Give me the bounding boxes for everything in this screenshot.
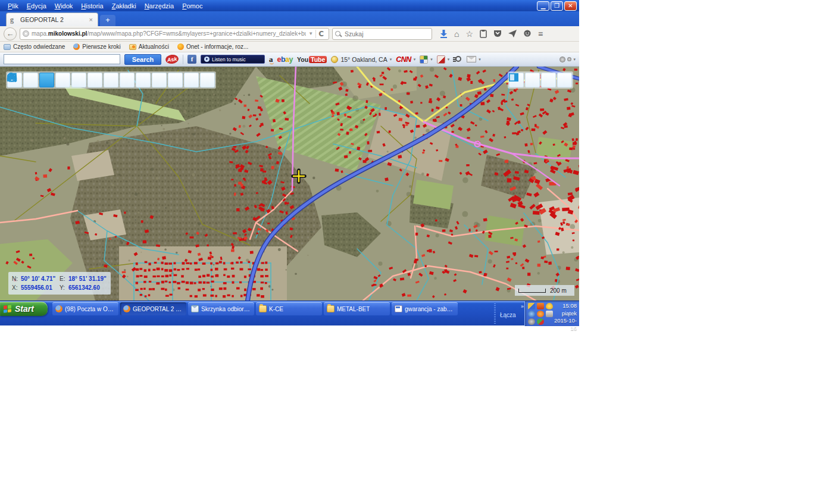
link-button[interactable]: [104, 73, 118, 87]
menu-edycja[interactable]: Edycja: [23, 1, 51, 11]
navigation-bar: ← mapa.mikolowski.pl/map/www/mapa.php?CF…: [0, 26, 579, 42]
tray-clock-icon[interactable]: [528, 318, 535, 325]
coord-n-label: N:: [12, 274, 21, 283]
onet-icon: [177, 43, 184, 50]
bookmark-aktualnosci[interactable]: Aktualności: [129, 43, 169, 50]
url-dropdown-icon[interactable]: ▼: [306, 31, 315, 36]
new-tab-button[interactable]: +: [100, 15, 115, 26]
search-icon: [335, 31, 340, 36]
tab-close-icon[interactable]: ×: [88, 16, 94, 23]
tray-skype-icon[interactable]: [528, 311, 535, 317]
print-button[interactable]: [168, 73, 183, 87]
home-icon[interactable]: ⌂: [454, 30, 459, 38]
info-report-button[interactable]: i: [136, 73, 151, 87]
menu-historia[interactable]: Historia: [77, 1, 107, 11]
weather-widget[interactable]: 15° Oakland, CA ▾: [331, 56, 392, 63]
links-toolbar[interactable]: » Łącza: [498, 303, 524, 324]
menu-zakladki[interactable]: Zakładki: [108, 1, 140, 11]
facebook-icon[interactable]: f: [187, 55, 196, 64]
rss-folder-icon: [129, 44, 136, 50]
bookmark-star-icon[interactable]: ☆: [465, 30, 473, 38]
zoom-selection-button[interactable]: [55, 73, 70, 87]
search-box[interactable]: [332, 28, 432, 40]
toolbar-grip[interactable]: [494, 303, 496, 324]
toggle-left-panel-button[interactable]: [525, 73, 540, 87]
pan-tool-button[interactable]: [39, 73, 54, 87]
ask-search-input[interactable]: [4, 54, 120, 64]
tab-geoportal[interactable]: g GEOPORTAL 2 ×: [6, 12, 98, 26]
zoom-out-button[interactable]: [23, 73, 38, 87]
bookmark-czesto-odwiedzane[interactable]: Często odwiedzane: [4, 43, 65, 50]
menu-narzedzia[interactable]: Narzędzia: [140, 1, 179, 11]
bookmark-onet[interactable]: Onet - informacje, roz...: [177, 43, 248, 50]
folder-search-icon: [4, 44, 11, 50]
tray-clock[interactable]: 15:08 piątek 2015-10-16: [554, 302, 577, 325]
search-input[interactable]: [343, 30, 429, 38]
tray-printer-icon[interactable]: [528, 303, 535, 309]
listen-label: Listen to music: [212, 57, 246, 62]
map-viewport[interactable]: i i: [0, 67, 579, 300]
tray-icons: [528, 303, 554, 325]
share-plane-icon[interactable]: [508, 30, 517, 37]
downloads-icon[interactable]: [440, 30, 448, 38]
url-prefix: mapa.: [32, 30, 48, 37]
dice-icon: [437, 55, 445, 64]
tray-network-icon[interactable]: [537, 318, 544, 325]
task-poczta[interactable]: (98) Poczta w Onet.p...: [52, 302, 118, 315]
task-metalbet[interactable]: METAL-BET: [324, 302, 390, 315]
tray-security-shield-icon[interactable]: [546, 303, 553, 309]
minimize-button[interactable]: ▁: [537, 1, 549, 11]
hello-chat-icon[interactable]: [523, 30, 532, 37]
video-camera-button[interactable]: [200, 73, 215, 87]
coord-y-label: Y:: [60, 283, 68, 292]
info-tool-button[interactable]: i: [120, 73, 135, 87]
url-text: mapa.mikolowski.pl/map/www/mapa.php?CFGF…: [32, 30, 306, 37]
clipboard-icon[interactable]: [480, 30, 487, 38]
ebay-icon[interactable]: ebay: [277, 55, 293, 64]
pocket-icon[interactable]: [493, 30, 502, 37]
maps-widget[interactable]: ▾: [420, 55, 433, 64]
menu-plik[interactable]: Plik: [4, 1, 23, 11]
task-skrzynka[interactable]: Skrzynka odbiorcza - ...: [188, 302, 254, 315]
mail-widget[interactable]: ▾: [467, 56, 481, 62]
firefox-icon: [73, 43, 80, 50]
hamburger-menu-icon[interactable]: ≡: [538, 30, 543, 38]
close-button[interactable]: ✕: [564, 1, 577, 11]
menu-widok[interactable]: Widok: [51, 1, 77, 11]
task-geoportal[interactable]: GEOPORTAL 2 - Mozil...: [120, 302, 186, 315]
menu-pomoc[interactable]: Pomoc: [178, 1, 207, 11]
firefox-window: Plik Edycja Widok Historia Zakładki Narz…: [0, 0, 579, 300]
coord-e-value: 18° 51' 31.19": [68, 274, 107, 283]
aerial-map[interactable]: [0, 67, 579, 300]
chevron-expand-icon[interactable]: »: [521, 303, 524, 309]
reload-icon[interactable]: C: [316, 30, 326, 38]
tray-time: 15:08: [554, 302, 577, 310]
bookmark-pierwsze-kroki[interactable]: Pierwsze kroki: [73, 43, 120, 50]
task-buttons: (98) Poczta w Onet.p... GEOPORTAL 2 - Mo…: [52, 302, 458, 315]
youtube-icon[interactable]: You Tube: [297, 56, 327, 63]
globe-button[interactable]: [184, 73, 199, 87]
tray-scanner-icon[interactable]: [537, 303, 544, 309]
youtube-you: You: [297, 56, 308, 63]
ask-search-button[interactable]: Search: [124, 54, 161, 65]
amazon-icon[interactable]: a: [269, 55, 273, 64]
cnn-widget[interactable]: CNN ▾: [396, 55, 415, 64]
toolbar-options[interactable]: ▾: [559, 57, 576, 62]
tray-agent-icon[interactable]: [537, 311, 544, 317]
toggle-right-panel-button[interactable]: [557, 73, 572, 87]
listen-to-music-button[interactable]: Listen to music: [201, 55, 265, 64]
task-kce[interactable]: K-CE: [256, 302, 322, 315]
restore-button[interactable]: ❐: [551, 1, 563, 11]
speed-o-icon[interactable]: [454, 55, 462, 63]
expand-panel-button[interactable]: [541, 73, 556, 87]
tray-volume-icon[interactable]: [546, 311, 553, 317]
next-view-button[interactable]: [87, 73, 102, 87]
back-button[interactable]: ←: [4, 27, 17, 40]
chevron-down-icon: ▾: [430, 57, 433, 62]
start-button[interactable]: Start: [0, 302, 48, 316]
url-bar[interactable]: mapa.mikolowski.pl/map/www/mapa.php?CFGF…: [20, 28, 329, 40]
games-widget[interactable]: ▾: [437, 55, 450, 64]
measure-tool-button[interactable]: [152, 73, 167, 87]
previous-view-button[interactable]: [71, 73, 86, 87]
task-gwarancja[interactable]: gwarancja - zabezp.....: [392, 302, 458, 315]
